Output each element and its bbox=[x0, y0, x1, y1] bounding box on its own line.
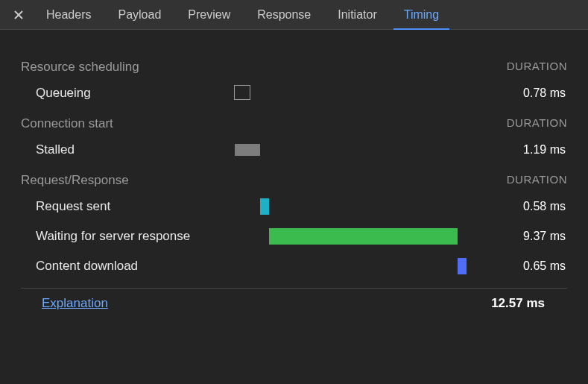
tab-response[interactable]: Response bbox=[247, 0, 321, 30]
row-request-sent: Request sent 0.58 ms bbox=[21, 198, 567, 215]
row-download: Content download 0.65 ms bbox=[21, 258, 567, 274]
section-header-reqres: Request/Response DURATION bbox=[21, 173, 567, 188]
section-title: Resource scheduling bbox=[21, 60, 139, 75]
timing-footer: Explanation 12.57 ms bbox=[21, 288, 567, 311]
waterfall-bar-queueing bbox=[192, 85, 468, 101]
row-value: 0.78 ms bbox=[468, 86, 567, 100]
duration-header: DURATION bbox=[507, 173, 567, 188]
row-label: Request sent bbox=[21, 198, 192, 215]
row-queueing: Queueing 0.78 ms bbox=[21, 85, 567, 101]
row-value: 1.19 ms bbox=[468, 143, 567, 157]
row-value: 9.37 ms bbox=[468, 230, 567, 243]
waterfall-bar-waiting bbox=[192, 228, 468, 245]
tab-bar: Headers Payload Preview Response Initiat… bbox=[0, 0, 588, 30]
row-label: Waiting for server response bbox=[21, 228, 192, 245]
row-label: Queueing bbox=[21, 85, 192, 101]
timing-panel: Resource scheduling DURATION Queueing 0.… bbox=[0, 30, 588, 318]
row-label: Stalled bbox=[21, 142, 192, 158]
tab-payload[interactable]: Payload bbox=[107, 0, 171, 30]
section-title: Request/Response bbox=[21, 173, 129, 188]
duration-header: DURATION bbox=[507, 116, 567, 131]
tab-preview[interactable]: Preview bbox=[177, 0, 241, 30]
section-title: Connection start bbox=[21, 116, 113, 131]
tab-timing[interactable]: Timing bbox=[393, 0, 449, 30]
total-duration: 12.57 ms bbox=[491, 296, 545, 311]
row-value: 0.65 ms bbox=[468, 259, 567, 273]
waterfall-bar-download bbox=[192, 258, 468, 274]
explanation-link[interactable]: Explanation bbox=[42, 296, 108, 311]
section-header-connection: Connection start DURATION bbox=[21, 116, 567, 131]
row-value: 0.58 ms bbox=[468, 200, 567, 213]
waterfall-bar-stalled bbox=[192, 142, 468, 158]
close-icon[interactable] bbox=[7, 0, 30, 30]
row-waiting: Waiting for server response 9.37 ms bbox=[21, 228, 567, 245]
row-label: Content download bbox=[21, 258, 192, 274]
duration-header: DURATION bbox=[507, 60, 567, 75]
row-stalled: Stalled 1.19 ms bbox=[21, 142, 567, 158]
section-header-scheduling: Resource scheduling DURATION bbox=[21, 60, 567, 75]
waterfall-bar-sent bbox=[192, 198, 468, 215]
tab-initiator[interactable]: Initiator bbox=[327, 0, 387, 30]
tab-headers[interactable]: Headers bbox=[36, 0, 101, 30]
